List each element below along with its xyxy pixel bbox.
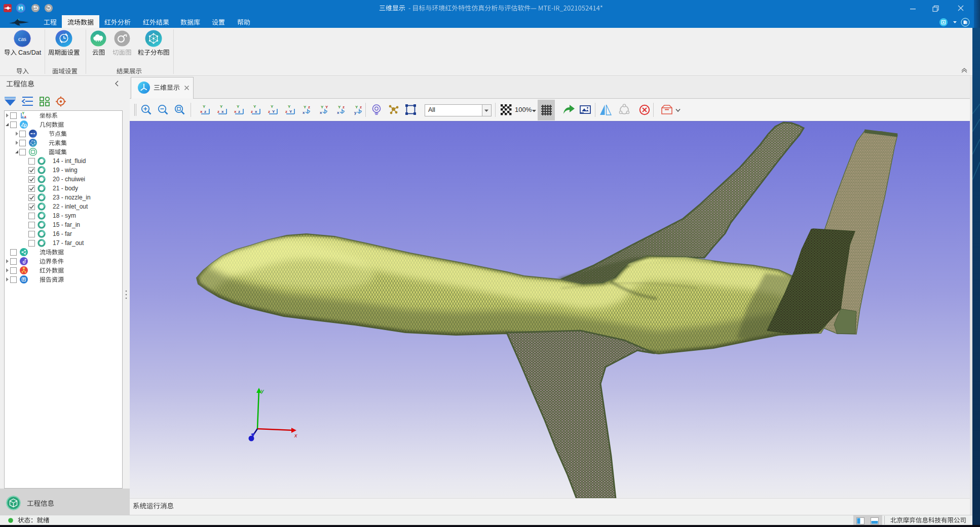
svg-text:Y: Y bbox=[338, 105, 341, 109]
svg-text:x: x bbox=[200, 109, 203, 114]
svg-text:z: z bbox=[22, 115, 24, 118]
svg-text:z: z bbox=[360, 105, 362, 109]
svg-text:z: z bbox=[268, 109, 270, 114]
svg-text:y: y bbox=[260, 388, 265, 394]
svg-text:x: x bbox=[234, 109, 237, 114]
svg-text:Y: Y bbox=[304, 105, 307, 109]
svg-text:Y: Y bbox=[289, 109, 292, 114]
svg-text:x: x bbox=[337, 110, 340, 115]
svg-text:Y: Y bbox=[271, 104, 274, 109]
svg-text:z: z bbox=[238, 109, 240, 114]
svg-text:Y: Y bbox=[22, 111, 25, 115]
svg-text:Y: Y bbox=[272, 109, 275, 114]
svg-text:cas: cas bbox=[18, 35, 26, 43]
svg-text:x: x bbox=[255, 109, 257, 114]
svg-text:Y: Y bbox=[203, 104, 206, 109]
svg-text:Y: Y bbox=[355, 105, 358, 109]
svg-text:z: z bbox=[217, 109, 219, 114]
svg-text:Y: Y bbox=[288, 104, 291, 109]
svg-text:y: y bbox=[354, 110, 357, 115]
svg-text:z: z bbox=[285, 109, 287, 114]
svg-text:x: x bbox=[303, 110, 305, 115]
svg-text:x: x bbox=[221, 109, 224, 114]
svg-text:Y: Y bbox=[237, 104, 240, 109]
svg-text:Y: Y bbox=[325, 105, 328, 109]
svg-text:Y: Y bbox=[321, 105, 324, 109]
svg-text:z: z bbox=[204, 109, 206, 114]
svg-text:x: x bbox=[320, 110, 322, 115]
svg-text:Y: Y bbox=[253, 104, 256, 109]
svg-text:x: x bbox=[294, 432, 297, 438]
svg-text:z: z bbox=[308, 105, 310, 109]
svg-text:z: z bbox=[251, 109, 253, 114]
svg-text:Y: Y bbox=[220, 104, 223, 109]
svg-text:z: z bbox=[343, 105, 345, 109]
svg-text:x: x bbox=[24, 115, 26, 118]
